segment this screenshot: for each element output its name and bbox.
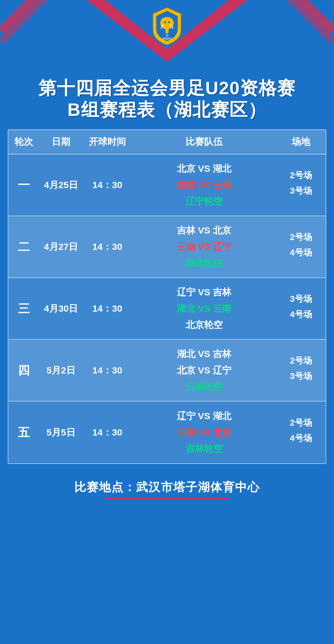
venue-line: 2号场 xyxy=(290,170,312,181)
venue-line: 2号场 xyxy=(290,417,312,429)
svg-point-1 xyxy=(161,18,166,24)
venue-line: 3号场 xyxy=(290,293,312,305)
match-line-highlight: 吉林 VS 云南 xyxy=(177,179,232,192)
round-number: 四 xyxy=(8,360,39,381)
table-header-row: 轮次 日期 开球时间 比赛队伍 场地 xyxy=(8,130,326,154)
title-line2: B组赛程表（湖北赛区） xyxy=(12,99,322,120)
header: ZHSFC xyxy=(0,0,334,68)
match-line: 吉林 VS 北京 xyxy=(177,224,232,237)
svg-point-4 xyxy=(168,21,170,23)
match-date: 5月5日 xyxy=(39,423,83,442)
match-date: 4月27日 xyxy=(39,238,83,256)
bye-team: 吉林轮空 xyxy=(186,443,223,455)
venue-line: 3号场 xyxy=(290,185,312,197)
match-line: 湖北 VS 吉林 xyxy=(177,348,232,360)
matches-cell: 辽宁 VS 湖北 云南 VS 北京 吉林轮空 xyxy=(132,404,276,461)
stripe-left-decoration xyxy=(0,0,62,62)
venue-line: 4号场 xyxy=(290,247,312,259)
match-line-highlight: 云南 VS 北京 xyxy=(177,426,232,439)
matches-cell: 辽宁 VS 吉林 湖北 VS 云南 北京轮空 xyxy=(132,280,276,338)
footer: 比赛地点：武汉市塔子湖体育中心 xyxy=(0,470,334,509)
match-time: 14：30 xyxy=(83,176,132,195)
col-venue: 场地 xyxy=(276,136,326,148)
main-title: 第十四届全运会男足U20资格赛 B组赛程表（湖北赛区） xyxy=(12,77,322,120)
match-time: 14：30 xyxy=(83,238,132,256)
match-line: 辽宁 VS 吉林 xyxy=(177,286,232,299)
match-date: 4月30日 xyxy=(39,299,83,318)
match-date: 5月2日 xyxy=(39,361,83,380)
match-time: 14：30 xyxy=(83,423,132,442)
schedule-table: 轮次 日期 开球时间 比赛队伍 场地 一 4月25日 14：30 北京 VS 湖… xyxy=(8,129,326,464)
bye-team: 北京轮空 xyxy=(186,319,223,331)
col-round: 轮次 xyxy=(8,136,39,148)
match-date: 4月25日 xyxy=(39,176,83,195)
venue-cell: 2号场 3号场 xyxy=(276,163,326,207)
matches-cell: 湖北 VS 吉林 北京 VS 辽宁 云南轮空 xyxy=(132,342,276,399)
match-line: 辽宁 VS 湖北 xyxy=(177,410,232,423)
venue-cell: 2号场 4号场 xyxy=(276,411,326,454)
svg-point-3 xyxy=(164,21,166,23)
venue-info: 比赛地点：武汉市塔子湖体育中心 xyxy=(6,479,328,495)
round-number: 五 xyxy=(8,422,39,444)
venue-line: 4号场 xyxy=(290,309,312,320)
title-section: 第十四届全运会男足U20资格赛 B组赛程表（湖北赛区） xyxy=(0,68,334,126)
col-matches: 比赛队伍 xyxy=(132,136,276,148)
match-line-highlight: 湖北 VS 云南 xyxy=(177,302,232,315)
match-line: 北京 VS 湖北 xyxy=(177,162,232,175)
club-logo: ZHSFC xyxy=(150,6,184,46)
bye-team: 云南轮空 xyxy=(186,381,223,393)
col-date: 日期 xyxy=(39,136,83,148)
table-row: 四 5月2日 14：30 湖北 VS 吉林 北京 VS 辽宁 云南轮空 2号场 … xyxy=(8,340,326,402)
round-number: 三 xyxy=(8,298,39,320)
table-row: 一 4月25日 14：30 北京 VS 湖北 吉林 VS 云南 辽宁轮空 2号场… xyxy=(8,154,326,216)
venue-line: 3号场 xyxy=(290,370,312,382)
match-time: 14：30 xyxy=(83,299,132,318)
svg-point-6 xyxy=(165,34,169,37)
matches-cell: 吉林 VS 北京 云南 VS 辽宁 湖北轮空 xyxy=(132,218,276,276)
matches-cell: 北京 VS 湖北 吉林 VS 云南 辽宁轮空 xyxy=(132,156,276,214)
svg-text:ZHSFC: ZHSFC xyxy=(162,37,172,40)
col-time: 开球时间 xyxy=(83,136,132,148)
venue-cell: 2号场 4号场 xyxy=(276,225,326,268)
venue-cell: 2号场 3号场 xyxy=(276,349,326,392)
match-line-highlight: 云南 VS 辽宁 xyxy=(177,241,232,253)
title-line1: 第十四届全运会男足U20资格赛 xyxy=(12,77,322,99)
venue-cell: 3号场 4号场 xyxy=(276,287,326,330)
svg-point-2 xyxy=(168,18,173,24)
match-time: 14：30 xyxy=(83,361,132,380)
bye-team: 辽宁轮空 xyxy=(186,195,223,208)
bye-team: 湖北轮空 xyxy=(186,257,223,270)
table-row: 二 4月27日 14：30 吉林 VS 北京 云南 VS 辽宁 湖北轮空 2号场… xyxy=(8,216,326,278)
table-row: 三 4月30日 14：30 辽宁 VS 吉林 湖北 VS 云南 北京轮空 3号场… xyxy=(8,278,326,340)
round-number: 二 xyxy=(8,236,39,258)
venue-line: 2号场 xyxy=(290,231,312,243)
footer-underline xyxy=(105,498,229,500)
venue-line: 2号场 xyxy=(290,355,312,367)
table-row: 五 5月5日 14：30 辽宁 VS 湖北 云南 VS 北京 吉林轮空 2号场 … xyxy=(8,402,326,463)
venue-line: 4号场 xyxy=(290,432,312,444)
match-line: 北京 VS 辽宁 xyxy=(177,364,232,377)
round-number: 一 xyxy=(8,174,39,196)
stripe-right-decoration xyxy=(272,0,334,62)
